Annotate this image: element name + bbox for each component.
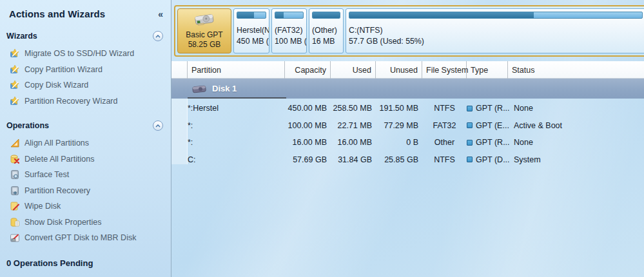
usage-bar <box>312 12 340 19</box>
partition-size: 100 MB ( <box>275 36 304 47</box>
sidebar-item-show-disk-properties[interactable]: Show Disk Properties <box>0 215 171 231</box>
disk-size-label: 58.25 GB <box>188 40 221 50</box>
sidebar-item-label: Wipe Disk <box>24 202 61 211</box>
sidebar-item-copy-partition[interactable]: Copy Partition Wizard <box>0 62 171 78</box>
wizard-items: Migrate OS to SSD/HD Wizard Copy Partiti… <box>0 46 171 109</box>
cell-capacity: 57.69 GB <box>285 151 331 169</box>
operations-pending-status: 0 Operations Pending <box>0 258 171 268</box>
section-wizards-label: Wizards <box>6 32 37 41</box>
partition-block-c[interactable]: C:(NTFS) 57.7 GB (Used: 55%) <box>346 8 644 53</box>
section-operations: Operations <box>0 120 171 131</box>
sidebar-item-wipe-disk[interactable]: Wipe Disk <box>0 198 171 215</box>
hard-drive-icon <box>190 12 219 28</box>
sidebar-item-label: Convert GPT Disk to MBR Disk <box>24 233 136 242</box>
delete-icon <box>9 153 20 164</box>
cell-used: 16.00 MB <box>331 134 376 151</box>
cell-unused: 0 B <box>376 134 422 151</box>
main-panel: Basic GPT 58.25 GB Herstel(N 450 MB ( (F… <box>171 0 644 277</box>
disk-map: Basic GPT 58.25 GB Herstel(N 450 MB ( (F… <box>174 5 644 57</box>
sidebar-item-label: Partition Recovery Wizard <box>24 97 118 106</box>
disk-type-label: Basic GPT <box>186 30 222 40</box>
align-icon <box>9 138 20 149</box>
column-header-type[interactable]: Type <box>467 61 508 79</box>
wizard-icon <box>9 80 20 91</box>
partition-label: (FAT32) <box>275 25 304 36</box>
cell-capacity: 16.00 MB <box>285 134 331 151</box>
partition-label: (Other) <box>312 25 340 36</box>
cell-partition: C: <box>188 151 285 169</box>
column-header-capacity[interactable]: Capacity <box>285 61 331 79</box>
sidebar-item-label: Partition Recovery <box>24 186 90 195</box>
sidebar-item-label: Delete All Partitions <box>24 155 94 164</box>
surface-test-icon <box>9 169 20 180</box>
cell-status: None <box>508 100 644 117</box>
operation-items: Align All Partitions Delete All Partitio… <box>0 135 171 246</box>
column-header-unused[interactable]: Unused <box>376 61 422 79</box>
table-row-reserved[interactable]: *: 16.00 MB 16.00 MB 0 B Other GPT (R...… <box>171 134 644 151</box>
wizard-icon <box>9 95 20 106</box>
wizard-icon <box>9 48 20 59</box>
sidebar-header: Actions and Wizards « <box>0 0 171 19</box>
column-header-partition[interactable]: Partition <box>188 61 285 79</box>
partition-block-other[interactable]: (Other) 16 MB <box>309 8 344 53</box>
table-row-efi[interactable]: *: 100.00 MB 22.71 MB 77.29 MB FAT32 GPT… <box>171 117 644 135</box>
cell-file-system: FAT32 <box>422 117 467 135</box>
section-operations-label: Operations <box>6 121 49 130</box>
cell-partition: *:Herstel <box>188 100 285 117</box>
sidebar-item-convert-gpt-to-mbr[interactable]: MBR Convert GPT Disk to MBR Disk <box>0 230 171 246</box>
properties-icon <box>9 216 20 227</box>
partition-recovery-icon <box>9 185 20 196</box>
chevron-up-icon[interactable] <box>153 31 163 41</box>
cell-used: 258.50 MB <box>331 100 376 117</box>
sidebar-item-migrate-os[interactable]: Migrate OS to SSD/HD Wizard <box>0 46 171 62</box>
partition-size: 450 MB ( <box>237 36 266 47</box>
cell-file-system: NTFS <box>422 100 467 117</box>
disk-group-row[interactable]: Disk 1 <box>171 79 644 99</box>
partition-block-fat32[interactable]: (FAT32) 100 MB ( <box>271 8 307 53</box>
sidebar-item-partition-recovery[interactable]: Partition Recovery <box>0 183 171 199</box>
sidebar-item-label: Align All Partitions <box>24 138 89 148</box>
table-row-herstel[interactable]: *:Herstel 450.00 MB 258.50 MB 191.50 MB … <box>171 100 644 117</box>
cell-type: GPT (E... <box>467 117 508 135</box>
sidebar-item-label: Migrate OS to SSD/HD Wizard <box>24 49 134 58</box>
cell-capacity: 100.00 MB <box>285 117 331 135</box>
section-wizards: Wizards <box>0 30 171 42</box>
partition-size: 57.7 GB (Used: 55%) <box>349 36 643 47</box>
cell-used: 22.71 MB <box>331 117 376 135</box>
sidebar-item-surface-test[interactable]: Surface Test <box>0 167 171 183</box>
sidebar-item-delete-all-partitions[interactable]: Delete All Partitions <box>0 151 171 167</box>
sidebar-item-copy-disk[interactable]: Copy Disk Wizard <box>0 77 171 93</box>
cell-status: None <box>508 134 644 151</box>
wipe-icon <box>9 201 20 212</box>
cell-capacity: 450.00 MB <box>285 100 331 117</box>
partition-block-herstel[interactable]: Herstel(N 450 MB ( <box>233 8 269 53</box>
sidebar-title: Actions and Wizards <box>9 8 105 19</box>
sidebar-item-label: Surface Test <box>24 170 69 179</box>
column-header-file-system[interactable]: File System <box>422 61 467 79</box>
cell-file-system: NTFS <box>422 151 467 169</box>
partition-table: Partition Capacity Used Unused File Syst… <box>171 61 644 168</box>
group-underline <box>188 97 286 99</box>
usage-bar <box>275 12 304 19</box>
column-header-used[interactable]: Used <box>331 61 376 79</box>
partition-type-icon <box>467 106 473 111</box>
collapse-sidebar-button[interactable]: « <box>158 10 163 19</box>
partition-label: C:(NTFS) <box>349 25 643 36</box>
disk-badge[interactable]: Basic GPT 58.25 GB <box>177 8 231 53</box>
sidebar-item-label: Copy Disk Wizard <box>24 81 88 90</box>
partition-size: 16 MB <box>312 36 340 47</box>
sidebar-item-align-all-partitions[interactable]: Align All Partitions <box>0 135 171 151</box>
cell-type: GPT (R... <box>467 100 508 117</box>
chevron-up-icon[interactable] <box>153 120 163 131</box>
convert-icon: MBR <box>9 233 20 244</box>
partition-type-icon <box>467 122 473 128</box>
cell-file-system: Other <box>422 134 467 151</box>
cell-unused: 191.50 MB <box>376 100 422 117</box>
cell-used: 31.84 GB <box>331 151 376 169</box>
usage-bar <box>349 12 643 19</box>
sidebar-item-label: Show Disk Properties <box>24 218 102 227</box>
cell-unused: 77.29 MB <box>376 117 422 135</box>
table-row-c[interactable]: C: 57.69 GB 31.84 GB 25.85 GB NTFS GPT (… <box>171 151 644 169</box>
column-header-status[interactable]: Status <box>508 61 644 79</box>
sidebar-item-partition-recovery-wizard[interactable]: Partition Recovery Wizard <box>0 93 171 110</box>
